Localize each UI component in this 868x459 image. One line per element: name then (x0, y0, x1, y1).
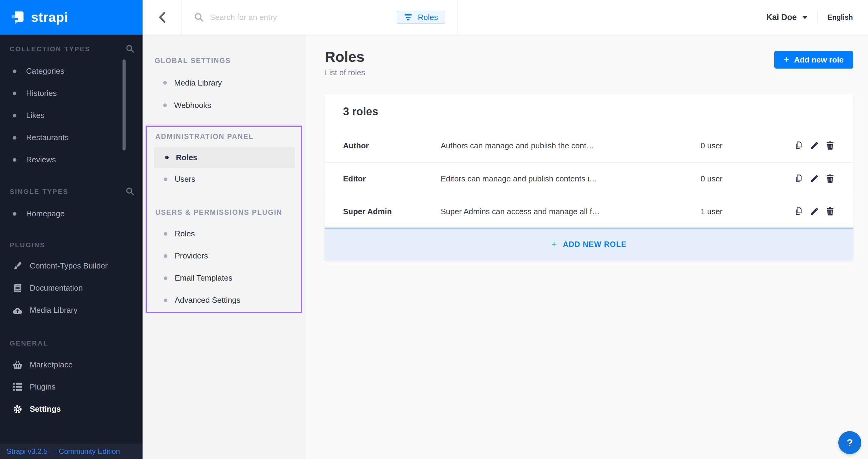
bullet-icon (163, 103, 167, 107)
delete-icon[interactable] (825, 207, 835, 216)
duplicate-icon[interactable] (794, 207, 803, 216)
single-types-list: Homepage (0, 203, 143, 225)
user-name: Kai Doe (766, 13, 797, 22)
role-name: Super Admin (343, 207, 441, 216)
main-content: Roles List of roles + Add new role 3 rol… (306, 35, 868, 459)
user-menu[interactable]: Kai Doe (766, 13, 808, 22)
bullet-icon (163, 81, 167, 85)
chevron-down-icon (802, 16, 808, 19)
bullet-icon (164, 232, 167, 236)
section-heading-single-types: SINGLE TYPES (0, 187, 143, 196)
sidebar-scrollbar[interactable] (123, 59, 126, 150)
page-header: Roles List of roles + Add new role (306, 35, 868, 78)
role-name: Author (343, 141, 441, 150)
plugins-list: Content-Types Builder Documentation Medi… (0, 255, 143, 321)
plus-icon: + (551, 239, 557, 249)
roles-table-card: 3 roles Author Authors can manage and pu… (325, 94, 853, 260)
sidebar-item-restaurants[interactable]: Restaurants (0, 126, 143, 149)
search-input[interactable] (210, 13, 397, 22)
book-icon (13, 283, 23, 293)
basket-icon (13, 360, 23, 370)
role-users-count: 1 user (701, 207, 794, 216)
settings-item-up-advanced-settings[interactable]: Advanced Settings (147, 289, 301, 311)
plus-icon: + (784, 55, 789, 64)
list-icon (13, 382, 23, 392)
settings-item-up-providers[interactable]: Providers (147, 245, 301, 267)
filter-icon (404, 14, 412, 21)
row-actions (794, 141, 835, 150)
sidebar-item-settings[interactable]: Settings (0, 398, 143, 420)
sidebar-item-documentation[interactable]: Documentation (0, 277, 143, 299)
page-subtitle: List of roles (325, 68, 365, 78)
bullet-icon (13, 136, 17, 140)
chevron-left-icon (158, 12, 165, 23)
language-selector[interactable]: English (828, 13, 853, 22)
settings-item-admin-users[interactable]: Users (147, 168, 301, 190)
delete-icon[interactable] (825, 141, 835, 150)
roles-count: 3 roles (325, 94, 853, 129)
role-description: Authors can manage and publish the cont… (441, 141, 701, 150)
sidebar-item-reviews[interactable]: Reviews (0, 149, 143, 171)
sidebar-item-plugins[interactable]: Plugins (0, 376, 143, 398)
duplicate-icon[interactable] (794, 141, 803, 150)
help-button[interactable]: ? (838, 431, 861, 454)
add-new-role-footer-button[interactable]: + ADD NEW ROLE (325, 227, 853, 260)
search-icon (194, 12, 204, 22)
delete-icon[interactable] (825, 174, 835, 184)
bullet-icon (13, 158, 17, 162)
row-actions (794, 207, 835, 216)
edit-icon[interactable] (809, 141, 819, 150)
sidebar-item-homepage[interactable]: Homepage (0, 203, 143, 225)
back-button[interactable] (143, 0, 182, 35)
settings-item-media-library[interactable]: Media Library (143, 71, 306, 94)
cloud-upload-icon (13, 305, 23, 315)
role-description: Super Admins can access and manage all f… (441, 207, 701, 216)
add-new-role-button[interactable]: + Add new role (774, 51, 853, 68)
section-heading-users-permissions-plugin: USERS & PERMISSIONS PLUGIN (147, 208, 301, 217)
strapi-logo-icon (10, 9, 26, 25)
search-icon[interactable] (126, 187, 135, 198)
settings-item-admin-roles[interactable]: Roles (154, 147, 295, 168)
bullet-icon (164, 254, 167, 258)
sidebar-item-categories[interactable]: Categories (0, 60, 143, 82)
table-row-super-admin[interactable]: Super Admin Super Admins can access and … (325, 195, 853, 227)
sidebar-item-marketplace[interactable]: Marketplace (0, 354, 143, 376)
role-description: Editors can manage and publish contents … (441, 174, 701, 184)
section-heading-collection-types: COLLECTION TYPES (0, 44, 143, 54)
users-permissions-list: Roles Providers Email Templates Advanced… (147, 223, 301, 311)
page-title: Roles (325, 49, 365, 65)
topbar: Roles Kai Doe English (143, 0, 868, 35)
settings-item-webhooks[interactable]: Webhooks (143, 94, 306, 117)
main-sidebar: strapi COLLECTION TYPES Categories Histo… (0, 0, 143, 459)
page-title-block: Roles List of roles (325, 49, 365, 78)
strapi-logo[interactable]: strapi (0, 0, 143, 35)
table-row-author[interactable]: Author Authors can manage and publish th… (325, 129, 853, 162)
bullet-icon (13, 212, 17, 216)
sidebar-item-likes[interactable]: Likes (0, 104, 143, 126)
role-users-count: 0 user (701, 141, 794, 150)
paintbrush-icon (13, 261, 23, 271)
filter-chip-roles[interactable]: Roles (397, 11, 445, 24)
bullet-icon (13, 114, 17, 117)
settings-item-up-email-templates[interactable]: Email Templates (147, 267, 301, 289)
edit-icon[interactable] (809, 207, 819, 216)
collection-types-list: Categories Histories Likes Restaurants R… (0, 60, 143, 171)
strapi-admin-app: strapi COLLECTION TYPES Categories Histo… (0, 0, 868, 459)
section-heading-general: GENERAL (0, 339, 143, 348)
settings-item-up-roles[interactable]: Roles (147, 223, 301, 245)
section-heading-global-settings: GLOBAL SETTINGS (143, 56, 306, 65)
sidebar-item-content-types-builder[interactable]: Content-Types Builder (0, 255, 143, 277)
global-settings-list: Media Library Webhooks (143, 71, 306, 117)
search-icon[interactable] (126, 44, 135, 55)
row-actions (794, 174, 835, 184)
bullet-icon (13, 92, 17, 95)
gear-icon (13, 404, 23, 414)
version-link[interactable]: Strapi v3.2.5 — Community Edition (7, 447, 120, 456)
section-heading-plugins: PLUGINS (0, 240, 143, 250)
table-row-editor[interactable]: Editor Editors can manage and publish co… (325, 162, 853, 195)
duplicate-icon[interactable] (794, 174, 803, 184)
sidebar-item-histories[interactable]: Histories (0, 82, 143, 104)
topbar-right: Kai Doe English (458, 0, 868, 35)
sidebar-item-media-library[interactable]: Media Library (0, 299, 143, 321)
edit-icon[interactable] (809, 174, 819, 184)
